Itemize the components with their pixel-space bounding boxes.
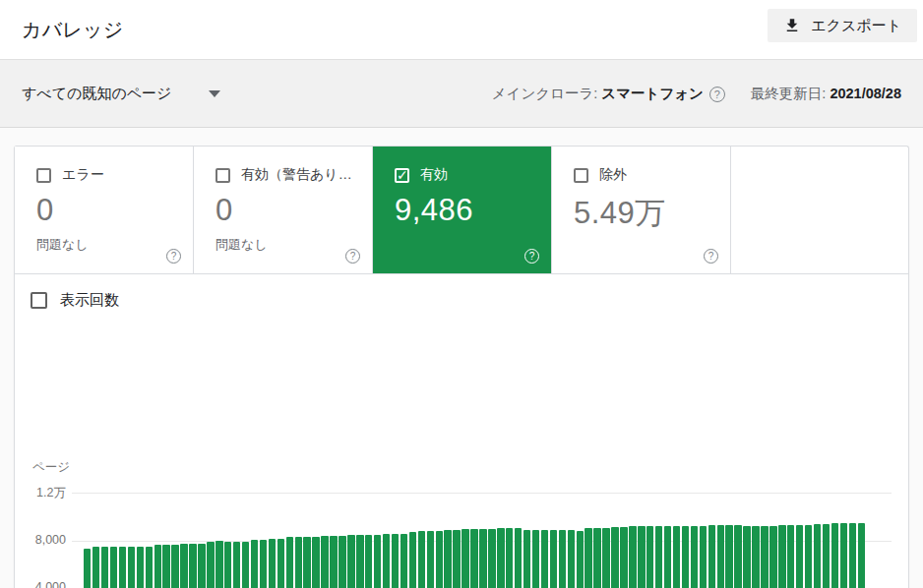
bar[interactable]	[110, 547, 117, 588]
bar[interactable]	[673, 526, 680, 588]
bar[interactable]	[286, 537, 293, 588]
impressions-toggle[interactable]: 表示回数	[31, 291, 119, 310]
bar[interactable]	[655, 526, 662, 588]
bar[interactable]	[180, 544, 187, 588]
bar[interactable]	[691, 526, 698, 588]
error-checkbox[interactable]	[36, 168, 51, 183]
status-card-valid[interactable]: 有効 9,486 ?	[373, 147, 552, 273]
excluded-checkbox[interactable]	[574, 168, 588, 183]
valid-with-warnings-checkbox[interactable]	[215, 168, 230, 183]
bar[interactable]	[189, 544, 196, 588]
bar[interactable]	[198, 544, 205, 588]
bar[interactable]	[436, 531, 443, 588]
bar[interactable]	[602, 528, 609, 588]
bar[interactable]	[814, 524, 821, 588]
bar[interactable]	[858, 523, 865, 588]
bar[interactable]	[620, 527, 627, 588]
bar[interactable]	[664, 526, 671, 588]
crawler-help-icon[interactable]: ?	[709, 87, 725, 102]
bar[interactable]	[550, 530, 557, 588]
bar[interactable]	[497, 528, 504, 588]
bar[interactable]	[338, 536, 345, 588]
bar[interactable]	[682, 526, 689, 588]
bar[interactable]	[303, 537, 310, 588]
help-icon[interactable]: ?	[704, 249, 718, 264]
help-icon[interactable]: ?	[166, 249, 181, 264]
bar[interactable]	[761, 526, 768, 588]
bar[interactable]	[146, 547, 153, 588]
bar[interactable]	[224, 542, 231, 588]
bar[interactable]	[515, 528, 522, 588]
impressions-checkbox[interactable]	[31, 292, 47, 309]
bar[interactable]	[409, 532, 416, 588]
bar[interactable]	[128, 547, 135, 588]
bar[interactable]	[321, 536, 328, 588]
status-card-excluded[interactable]: 除外 5.49万 ?	[552, 147, 731, 273]
bar[interactable]	[840, 523, 847, 588]
bar[interactable]	[215, 541, 222, 588]
bar[interactable]	[162, 545, 169, 588]
bar[interactable]	[708, 525, 715, 588]
bar[interactable]	[365, 535, 372, 588]
bar[interactable]	[277, 539, 284, 588]
bar[interactable]	[593, 528, 600, 588]
bar[interactable]	[734, 525, 741, 588]
bar[interactable]	[356, 535, 363, 588]
bar[interactable]	[577, 531, 584, 588]
bar[interactable]	[778, 525, 785, 588]
bar[interactable]	[488, 529, 495, 588]
bar[interactable]	[92, 547, 99, 588]
bar[interactable]	[233, 542, 240, 588]
bar[interactable]	[470, 529, 477, 588]
bar[interactable]	[260, 540, 267, 588]
bar[interactable]	[392, 534, 399, 588]
bar[interactable]	[568, 530, 575, 588]
bar[interactable]	[444, 530, 451, 588]
bar[interactable]	[717, 525, 724, 588]
bar[interactable]	[700, 526, 707, 588]
bar[interactable]	[427, 531, 434, 588]
bar[interactable]	[638, 526, 645, 588]
bar[interactable]	[752, 526, 759, 588]
valid-checkbox[interactable]	[395, 168, 409, 183]
bar[interactable]	[101, 547, 108, 588]
bar[interactable]	[849, 523, 856, 588]
bar[interactable]	[541, 530, 548, 588]
bar[interactable]	[251, 540, 258, 588]
bar[interactable]	[154, 545, 161, 588]
bar[interactable]	[479, 529, 486, 588]
bar[interactable]	[171, 545, 178, 588]
bar[interactable]	[629, 526, 636, 588]
bar[interactable]	[312, 537, 319, 588]
bar[interactable]	[769, 526, 776, 588]
export-button[interactable]: エクスポート	[768, 9, 917, 42]
bar[interactable]	[453, 530, 460, 588]
bar[interactable]	[831, 523, 838, 588]
bar[interactable]	[585, 528, 591, 588]
bar[interactable]	[383, 534, 390, 588]
bar[interactable]	[559, 530, 566, 588]
bar[interactable]	[523, 530, 530, 588]
bar[interactable]	[462, 529, 468, 588]
bar[interactable]	[269, 539, 276, 588]
bar[interactable]	[119, 547, 126, 588]
status-card-error[interactable]: エラー 0 問題なし ?	[15, 147, 194, 273]
bar[interactable]	[207, 542, 214, 588]
page-type-dropdown[interactable]: すべての既知のページ	[22, 85, 220, 103]
bar[interactable]	[347, 535, 354, 588]
status-card-valid-with-warnings[interactable]: 有効（警告あり… 0 問題なし ?	[194, 147, 373, 273]
help-icon[interactable]: ?	[345, 249, 360, 264]
help-icon[interactable]: ?	[524, 249, 539, 264]
bar[interactable]	[646, 526, 653, 588]
bar[interactable]	[418, 531, 425, 588]
bar[interactable]	[611, 527, 618, 588]
bar[interactable]	[374, 535, 381, 588]
bar[interactable]	[295, 537, 302, 588]
bar[interactable]	[823, 524, 830, 588]
bar[interactable]	[725, 525, 732, 588]
bar[interactable]	[84, 549, 91, 588]
bar[interactable]	[330, 536, 337, 588]
bar[interactable]	[532, 530, 539, 588]
bar[interactable]	[805, 525, 812, 588]
bar[interactable]	[400, 534, 407, 588]
